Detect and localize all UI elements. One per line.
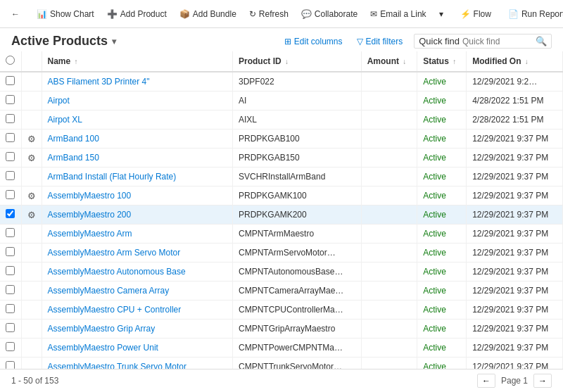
product-name-link[interactable]: ArmBand 100 bbox=[48, 134, 99, 144]
row-productid-cell: CMPNTArmMaestro bbox=[232, 225, 361, 244]
product-name-link[interactable]: ArmBand 150 bbox=[48, 153, 99, 163]
row-checkbox-cell bbox=[0, 282, 21, 301]
table-row: AssemblyMaestro ArmCMPNTArmMaestroActive… bbox=[0, 225, 563, 244]
row-checkbox[interactable] bbox=[6, 76, 15, 85]
product-name-link[interactable]: ArmBand Install (Flat Hourly Rate) bbox=[48, 172, 177, 182]
row-status-cell: Active bbox=[417, 320, 467, 339]
row-name-cell: AssemblyMaestro Grip Array bbox=[42, 320, 232, 339]
products-table: Name ↑ Product ID ↓ Amount ↓ Status ↑ Mo… bbox=[0, 51, 563, 369]
row-name-cell: ABS Filament 3D Printer 4" bbox=[42, 72, 232, 91]
row-name-cell: ArmBand Install (Flat Hourly Rate) bbox=[42, 167, 232, 186]
email-link-label: Email a Link bbox=[380, 9, 426, 19]
prev-icon: ← bbox=[482, 376, 491, 386]
row-checkbox[interactable] bbox=[6, 304, 15, 313]
row-status-cell: Active bbox=[417, 72, 467, 91]
row-checkbox[interactable] bbox=[6, 266, 15, 275]
product-name-link[interactable]: ABS Filament 3D Printer 4" bbox=[48, 77, 150, 87]
row-icon-cell: ⚙ bbox=[21, 129, 42, 148]
table-row: AssemblyMaestro CPU + ControllerCMPNTCPU… bbox=[0, 301, 563, 320]
email-dropdown-button[interactable]: ▾ bbox=[434, 6, 449, 22]
row-modified-cell: 12/29/2021 9:37 PM bbox=[467, 263, 563, 282]
row-name-cell: AssemblyMaestro Power Unit bbox=[42, 339, 232, 358]
footer: 1 - 50 of 153 ← Page 1 → bbox=[0, 369, 563, 392]
edit-columns-button[interactable]: ⊞ Edit columns bbox=[282, 35, 346, 48]
product-name-link[interactable]: AssemblyMaestro Power Unit bbox=[48, 343, 158, 353]
refresh-button[interactable]: ↻ Refresh bbox=[243, 6, 294, 22]
row-checkbox[interactable] bbox=[6, 152, 15, 161]
row-checkbox-cell bbox=[0, 91, 21, 110]
view-title-container: Active Products ▾ bbox=[11, 34, 116, 49]
row-name-cell: AssemblyMaestro Arm Servo Motor bbox=[42, 244, 232, 263]
add-product-button[interactable]: ➕ Add Product bbox=[101, 6, 172, 22]
select-all-radio[interactable] bbox=[6, 56, 15, 65]
show-chart-label: Show Chart bbox=[50, 9, 94, 19]
th-checkbox[interactable] bbox=[0, 51, 21, 72]
product-name-link[interactable]: AssemblyMaestro Arm bbox=[48, 229, 132, 239]
table-row: AssemblyMaestro Autonomous BaseCMPNTAuto… bbox=[0, 263, 563, 282]
product-name-link[interactable]: AssemblyMaestro Arm Servo Motor bbox=[48, 248, 181, 258]
product-name-link[interactable]: AssemblyMaestro CPU + Controller bbox=[48, 305, 182, 315]
row-amount-cell bbox=[361, 110, 417, 129]
search-input[interactable] bbox=[462, 37, 533, 46]
flow-button[interactable]: ⚡ Flow bbox=[455, 6, 497, 22]
back-button[interactable]: ← bbox=[6, 6, 25, 22]
row-icon-cell: ⚙ bbox=[21, 206, 42, 225]
product-name-link[interactable]: AssemblyMaestro Camera Array bbox=[48, 286, 170, 296]
show-chart-button[interactable]: 📊 Show Chart bbox=[31, 6, 100, 22]
product-name-link[interactable]: AssemblyMaestro Autonomous Base bbox=[48, 267, 186, 277]
view-title-chevron[interactable]: ▾ bbox=[112, 37, 116, 46]
product-name-link[interactable]: AssemblyMaestro Trunk Servo Motor bbox=[48, 362, 186, 369]
row-productid-cell: PRDPKGAB150 bbox=[232, 148, 361, 167]
product-name-link[interactable]: Airpot XL bbox=[48, 115, 82, 125]
row-checkbox[interactable] bbox=[6, 209, 15, 218]
th-amount[interactable]: Amount ↓ bbox=[361, 51, 417, 72]
edit-columns-label: Edit columns bbox=[294, 37, 343, 46]
row-name-cell: AssemblyMaestro 200 bbox=[42, 206, 232, 225]
row-checkbox[interactable] bbox=[6, 190, 15, 199]
row-checkbox[interactable] bbox=[6, 114, 15, 123]
row-checkbox[interactable] bbox=[6, 95, 15, 104]
th-product-id[interactable]: Product ID ↓ bbox=[232, 51, 361, 72]
bundle-icon: ⚙ bbox=[27, 191, 36, 201]
add-bundle-button[interactable]: 📦 Add Bundle bbox=[174, 6, 242, 22]
th-status[interactable]: Status ↑ bbox=[417, 51, 467, 72]
row-checkbox[interactable] bbox=[6, 285, 15, 294]
product-name-link[interactable]: Airpot bbox=[48, 96, 70, 106]
add-product-label: Add Product bbox=[120, 9, 167, 19]
run-report-button[interactable]: 📄 Run Report bbox=[502, 6, 563, 22]
row-name-cell: AssemblyMaestro Trunk Servo Motor bbox=[42, 358, 232, 369]
row-checkbox[interactable] bbox=[6, 361, 15, 369]
product-name-link[interactable]: AssemblyMaestro 200 bbox=[48, 210, 132, 220]
row-checkbox[interactable] bbox=[6, 133, 15, 142]
th-modified-on[interactable]: Modified On ↓ bbox=[467, 51, 563, 72]
edit-filters-label: Edit filters bbox=[366, 37, 403, 46]
edit-filters-button[interactable]: ▽ Edit filters bbox=[354, 35, 406, 48]
row-productid-cell: 3DPF022 bbox=[232, 72, 361, 91]
collaborate-button[interactable]: 💬 Collaborate bbox=[296, 6, 363, 22]
product-name-link[interactable]: AssemblyMaestro Grip Array bbox=[48, 324, 156, 334]
row-checkbox[interactable] bbox=[6, 342, 15, 351]
row-checkbox[interactable] bbox=[6, 171, 15, 180]
row-checkbox[interactable] bbox=[6, 323, 15, 332]
row-checkbox-cell bbox=[0, 244, 21, 263]
next-page-button[interactable]: → bbox=[533, 374, 552, 388]
toolbar: ← 📊 Show Chart ➕ Add Product 📦 Add Bundl… bbox=[0, 0, 563, 28]
row-checkbox[interactable] bbox=[6, 247, 15, 256]
table-row: ArmBand Install (Flat Hourly Rate)SVCHRI… bbox=[0, 167, 563, 186]
row-checkbox[interactable] bbox=[6, 228, 15, 237]
row-modified-cell: 12/29/2021 9:37 PM bbox=[467, 301, 563, 320]
table-row: AssemblyMaestro Camera ArrayCMPNTCameraA… bbox=[0, 282, 563, 301]
row-status-cell: Active bbox=[417, 206, 467, 225]
row-amount-cell bbox=[361, 225, 417, 244]
table-body: ABS Filament 3D Printer 4"3DPF022Active1… bbox=[0, 72, 563, 369]
row-amount-cell bbox=[361, 186, 417, 206]
th-name[interactable]: Name ↑ bbox=[42, 51, 232, 72]
email-link-button[interactable]: ✉ Email a Link bbox=[365, 6, 431, 22]
row-productid-cell: PRDPKGAMK100 bbox=[232, 186, 361, 206]
email-icon: ✉ bbox=[370, 9, 377, 19]
row-amount-cell bbox=[361, 339, 417, 358]
product-name-link[interactable]: AssemblyMaestro 100 bbox=[48, 191, 132, 201]
table-row: Airpot XLAIXLActive2/28/2022 1:51 PM bbox=[0, 110, 563, 129]
row-amount-cell bbox=[361, 263, 417, 282]
prev-page-button[interactable]: ← bbox=[477, 374, 495, 388]
